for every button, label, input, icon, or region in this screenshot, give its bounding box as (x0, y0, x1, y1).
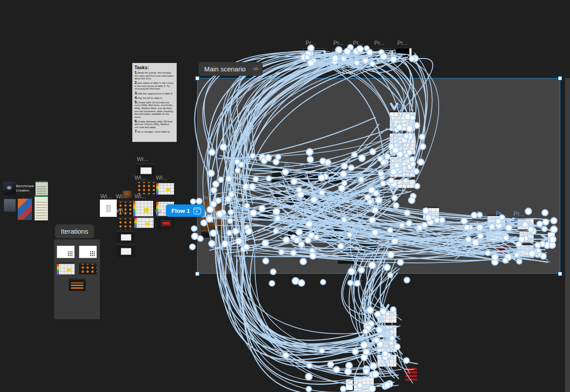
main-scenario-section[interactable] (197, 78, 560, 274)
section-title-pill[interactable]: Main scenario (198, 62, 251, 76)
frame-label[interactable]: Pr... (202, 195, 213, 201)
frame-thumbnail[interactable] (18, 199, 32, 220)
frame-label[interactable]: Pr... (398, 103, 408, 110)
frame-thumbnail[interactable] (157, 216, 174, 229)
frame-thumbnail[interactable] (4, 199, 16, 212)
frame-thumbnail[interactable] (156, 182, 174, 195)
frame-thumbnail[interactable] (69, 278, 86, 291)
frame-thumbnail[interactable] (297, 169, 321, 184)
frame-thumbnail[interactable] (273, 191, 295, 206)
task-item: 5.Create table 10 and add one Lomo 200g,… (135, 101, 174, 119)
frame-label[interactable]: Pr... (514, 210, 524, 217)
frame-thumbnail[interactable] (4, 182, 16, 195)
frame-label[interactable]: Wi... (137, 156, 148, 162)
frame-label[interactable]: Wi... (155, 208, 166, 215)
frame-label[interactable]: Pr... (300, 162, 310, 169)
frame-thumbnail[interactable] (373, 48, 395, 61)
frame-thumbnail[interactable] (257, 208, 275, 222)
frame-thumbnail[interactable] (377, 353, 396, 367)
frame-thumbnail[interactable] (135, 181, 155, 194)
frame-thumbnail[interactable] (301, 192, 326, 208)
task-item: 4.Pay the bill for table 6. (135, 96, 174, 100)
code-view-button[interactable]: </> (248, 62, 263, 76)
frame-thumbnail[interactable] (201, 231, 219, 238)
frame-thumbnail[interactable] (79, 246, 97, 258)
frame-thumbnail[interactable] (57, 246, 75, 258)
frame-thumbnail[interactable] (57, 263, 75, 274)
frame-thumbnail[interactable] (322, 170, 343, 184)
frame-thumbnail[interactable] (496, 247, 508, 256)
frame-thumbnail[interactable] (377, 324, 396, 337)
frame-thumbnail[interactable] (487, 230, 504, 242)
frame-thumbnail[interactable] (346, 380, 353, 390)
frame-label[interactable]: Pr... (496, 210, 506, 217)
selection-handle-top-left[interactable] (195, 76, 199, 80)
frame-label[interactable]: Pr... (400, 358, 411, 365)
frame-thumbnail[interactable] (337, 247, 360, 264)
frame-thumbnail[interactable] (329, 222, 351, 239)
frame-thumbnail[interactable] (117, 244, 135, 257)
frame-thumbnail[interactable] (396, 48, 412, 61)
iterations-section-pill[interactable]: Iterations (55, 224, 94, 238)
frame-label[interactable]: Pr... (477, 210, 487, 217)
frame-label[interactable]: Wi... (135, 193, 146, 200)
frame-thumbnail[interactable] (303, 48, 327, 60)
task-item: 2.See status of table 3, then move to th… (135, 81, 174, 90)
frame-thumbnail[interactable] (390, 132, 415, 154)
frame-label[interactable]: Pr... (353, 39, 363, 46)
frame-label[interactable]: Wi... (116, 193, 127, 200)
frame-label[interactable]: Pr... (203, 210, 214, 216)
flow-start-badge[interactable]: Flow 1 (166, 204, 205, 217)
task-item: 1.Read the tutorial, then browse the men… (135, 71, 174, 80)
flow-label: Flow 1 (171, 208, 190, 214)
frame-label[interactable]: Wi... (135, 174, 146, 181)
frame-thumbnail[interactable] (548, 232, 555, 243)
frame-thumbnail[interactable] (117, 231, 135, 243)
selection-handle-bottom-right[interactable] (558, 272, 562, 276)
frame-thumbnail[interactable] (288, 222, 314, 239)
frame-thumbnail[interactable] (405, 367, 417, 381)
frame-label[interactable]: Wi... (100, 193, 112, 200)
task-item: 7.As a manager, move table 11. (135, 130, 174, 133)
benchmark-creation-label[interactable]: Benchmark Creation (16, 184, 36, 193)
frame-label[interactable]: Wi... (116, 207, 128, 214)
task-item: 3.Add two cappuccinos to table 6. (135, 92, 174, 95)
frame-thumbnail[interactable] (518, 218, 534, 229)
tasks-list: 1.Read the tutorial, then browse the men… (135, 71, 174, 133)
frame-label[interactable]: Pr... (305, 39, 316, 46)
offscreen-section-edge (565, 78, 570, 392)
frame-thumbnail[interactable] (390, 178, 415, 188)
frame-thumbnail[interactable] (100, 200, 117, 217)
frame-thumbnail[interactable] (377, 339, 396, 352)
task-item: 6.Create takeaway table 100 and add one … (135, 120, 174, 129)
frame-thumbnail[interactable] (517, 244, 534, 257)
frame-thumbnail[interactable] (79, 263, 97, 274)
frame-label[interactable]: Pr... (534, 223, 544, 230)
frame-thumbnail[interactable] (35, 195, 48, 220)
frame-label[interactable]: Pr... (397, 39, 408, 46)
frame-label[interactable]: Wi... (156, 174, 167, 181)
frame-thumbnail[interactable] (519, 231, 534, 243)
frame-thumbnail[interactable] (133, 200, 153, 216)
figma-canvas: Pr...Pr...Pr...Pr...Pr...Pr...Pr...Pr...… (0, 0, 570, 392)
frame-thumbnail[interactable] (354, 375, 374, 392)
frame-label[interactable]: Pr... (284, 162, 294, 169)
selection-handle-top-right[interactable] (558, 76, 562, 80)
frame-thumbnail[interactable] (117, 217, 135, 230)
frame-thumbnail[interactable] (272, 169, 294, 184)
frame-thumbnail[interactable] (352, 49, 372, 60)
frame-thumbnail[interactable] (135, 216, 154, 228)
frame-thumbnail[interactable] (390, 156, 415, 177)
tasks-title: Tasks: (135, 65, 174, 70)
flow-start-icon (194, 208, 201, 214)
frame-label[interactable]: Pr... (374, 39, 384, 46)
frame-label[interactable]: Pr... (352, 276, 362, 282)
frame-thumbnail[interactable] (390, 111, 415, 131)
tasks-note[interactable]: Tasks: 1.Read the tutorial, then browse … (132, 63, 177, 142)
frame-thumbnail[interactable] (332, 49, 351, 60)
frame-thumbnail[interactable] (377, 310, 396, 323)
frame-label[interactable]: Pr... (333, 39, 344, 46)
frame-thumbnail[interactable] (423, 207, 439, 219)
selection-handle-bottom-left[interactable] (195, 272, 199, 276)
